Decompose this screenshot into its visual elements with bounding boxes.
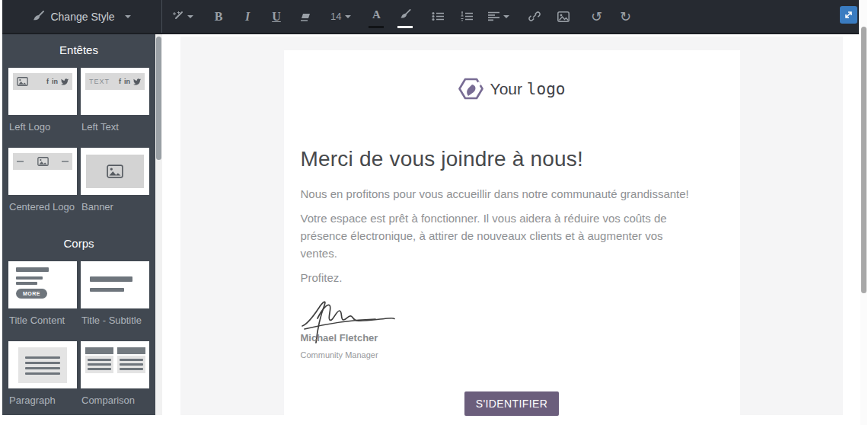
twitter-icon — [61, 78, 69, 85]
sidebar-scrollbar[interactable] — [155, 34, 162, 415]
highlight-color-button[interactable] — [397, 5, 413, 28]
snippet-centered-logo[interactable]: Centered Logo — [8, 148, 77, 228]
snippet-left-logo-thumbnail: f in — [8, 68, 77, 115]
page-scrollbar-thumb[interactable] — [861, 27, 866, 293]
snippet-left-text[interactable]: TEXT f in Left Text — [81, 68, 149, 148]
chevron-down-icon — [125, 15, 131, 18]
email-paragraph[interactable]: Profitez. — [301, 269, 693, 286]
numbered-list-button[interactable] — [459, 5, 474, 28]
insert-image-button[interactable] — [556, 5, 571, 28]
linkedin-icon: in — [124, 78, 130, 85]
text-color-button[interactable]: A — [369, 5, 384, 28]
snippet-title-content[interactable]: MORE Title Content — [8, 261, 77, 341]
page-scrollbar[interactable] — [860, 0, 867, 425]
signature-name[interactable]: Michael Fletcher — [301, 332, 723, 344]
remove-format-button[interactable] — [298, 5, 313, 28]
paintbrush-icon — [33, 11, 44, 22]
format-toolbar: B I U 14 A — [162, 0, 859, 33]
editor-area: Your logo Merci de vous joindre à nous! … — [162, 34, 859, 415]
snippet-label: Title Content — [9, 315, 77, 326]
snippet-label: Banner — [81, 201, 149, 212]
sign-in-button[interactable]: S'IDENTIFIER — [464, 391, 560, 416]
facebook-icon: f — [46, 78, 49, 85]
style-wand-button[interactable] — [171, 5, 193, 28]
twitter-icon — [133, 78, 141, 85]
chevron-down-icon — [187, 15, 193, 18]
text-placeholder: TEXT — [89, 78, 110, 85]
email-editor-app: Change Style B I U — [0, 0, 868, 425]
bold-button[interactable]: B — [211, 5, 226, 28]
snippet-title-subtitle[interactable]: Title - Subtitle — [81, 261, 149, 341]
email-paragraph[interactable]: Nous en profitons pour vous accueillir d… — [301, 185, 693, 203]
fullscreen-button[interactable] — [840, 6, 857, 24]
snippet-label: Left Text — [81, 121, 149, 133]
email-heading[interactable]: Merci de vous joindre à nous! — [301, 147, 723, 171]
change-style-dropdown[interactable]: Change Style — [2, 0, 162, 33]
font-size-value: 14 — [330, 11, 341, 22]
undo-button[interactable]: ↺ — [589, 5, 604, 28]
italic-button[interactable]: I — [240, 5, 255, 28]
snippet-banner-thumbnail — [81, 148, 149, 195]
snippet-banner[interactable]: Banner — [81, 148, 149, 228]
email-paragraph[interactable]: Votre espace est prêt à fonctionner. Il … — [301, 209, 693, 262]
snippets-sidebar: Entêtes f in — [2, 34, 155, 415]
snippet-paragraph[interactable]: Paragraph — [8, 341, 77, 415]
section-title-body: Corps — [2, 237, 155, 250]
linkedin-icon: in — [52, 78, 58, 85]
snippet-title-content-thumbnail: MORE — [8, 261, 77, 308]
font-size-dropdown[interactable]: 14 — [330, 5, 351, 28]
align-dropdown[interactable] — [488, 5, 509, 28]
snippet-label: Left Logo — [9, 121, 77, 133]
hexagon-logo-icon — [458, 78, 483, 100]
logo-block[interactable]: Your logo — [301, 50, 723, 100]
image-icon — [37, 157, 49, 166]
facebook-icon: f — [119, 78, 121, 85]
top-toolbar: Change Style B I U — [2, 0, 859, 34]
image-icon — [17, 77, 28, 86]
underline-button[interactable]: U — [269, 5, 284, 28]
snippet-label: Title - Subtitle — [81, 315, 149, 326]
menu-dash — [17, 161, 24, 162]
snippet-paragraph-thumbnail — [8, 341, 77, 388]
snippet-label: Centered Logo — [9, 201, 77, 212]
logo-text: Your logo — [490, 80, 566, 98]
expand-icon — [844, 10, 854, 20]
more-pill: MORE — [16, 289, 47, 299]
sidebar-scrollbar-thumb[interactable] — [156, 37, 161, 160]
email-canvas[interactable]: Your logo Merci de vous joindre à nous! … — [180, 37, 843, 415]
bullet-list-button[interactable] — [430, 5, 445, 28]
chevron-down-icon — [503, 15, 509, 18]
snippet-comparison[interactable]: Comparison — [81, 341, 149, 415]
section-title-headers: Entêtes — [2, 43, 155, 56]
snippet-title-subtitle-thumbnail — [81, 261, 149, 308]
snippet-label: Comparison — [81, 395, 149, 406]
snippet-centered-logo-thumbnail — [8, 148, 77, 195]
menu-dash — [62, 161, 69, 162]
redo-button[interactable]: ↻ — [617, 5, 633, 28]
signature-block[interactable]: Michael Fletcher Community Manager — [301, 297, 723, 359]
snippet-comparison-thumbnail — [81, 341, 149, 388]
link-button[interactable] — [527, 5, 542, 28]
image-icon — [107, 165, 123, 178]
snippet-left-logo[interactable]: f in Left Logo — [8, 68, 77, 148]
signature-role[interactable]: Community Manager — [301, 350, 723, 359]
email-body[interactable]: Your logo Merci de vous joindre à nous! … — [284, 50, 740, 415]
snippet-left-text-thumbnail: TEXT f in — [81, 68, 149, 115]
snippet-label: Paragraph — [9, 395, 77, 406]
change-style-label: Change Style — [50, 11, 114, 23]
chevron-down-icon — [345, 15, 351, 18]
